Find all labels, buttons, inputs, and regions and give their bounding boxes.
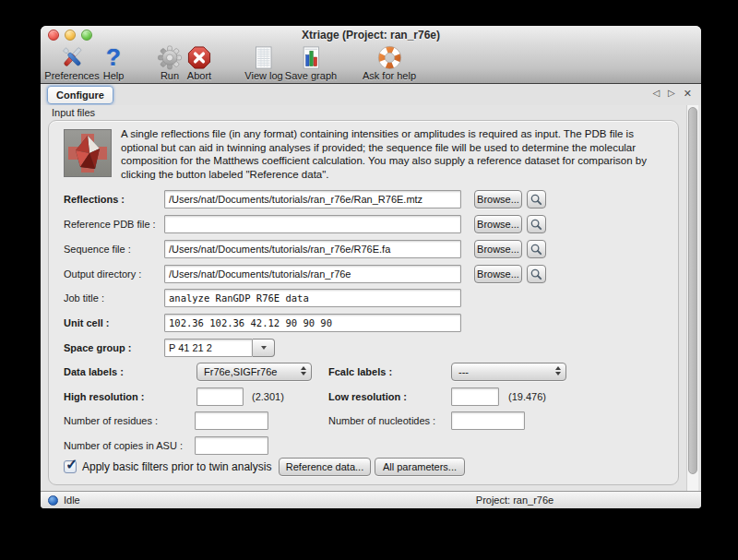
data-labels-label: Data labels : [64,363,124,381]
status-indicator-dot [48,495,58,506]
chevron-down-icon [261,346,267,350]
space-group-dropdown-button[interactable] [253,339,275,357]
output-directory-input[interactable] [164,265,461,283]
space-group-label: Space group : [64,339,131,357]
life-ring-icon [377,44,402,70]
reflections-browse-button[interactable]: Browse... [474,190,522,209]
high-resolution-hint: (2.301) [252,387,284,406]
crystal-thumbnail [64,129,112,177]
number-of-copies-input[interactable] [195,436,268,455]
unit-cell-label: Unit cell : [64,314,110,332]
toolbar-item-label: Save graph [285,70,337,81]
reflections-inspect-button[interactable] [527,190,546,209]
fcalc-labels-popup[interactable]: --- [451,363,566,381]
reference-pdb-browse-button[interactable]: Browse... [474,215,522,233]
bar-chart-icon [298,44,323,70]
preferences-icon [59,44,85,70]
popup-arrows-icon [301,366,306,375]
sequence-file-browse-button[interactable]: Browse... [474,240,522,258]
magnifier-icon [530,218,543,232]
save-graph-button[interactable]: Save graph [285,44,337,81]
toolbar: Preferences ? Help [41,43,701,82]
toolbar-item-label: Abort [187,70,211,81]
tab-configure[interactable]: Configure [47,86,113,104]
all-parameters-button[interactable]: All parameters... [375,458,465,476]
magnifier-icon [530,268,543,281]
toolbar-item-label: View log [244,70,282,81]
data-labels-row: Data labels : Fr76e,SIGFr76e Fcalc label… [49,363,678,382]
unit-cell-input[interactable] [164,314,461,332]
status-bar: Idle Project: ran_r76e [41,491,701,508]
reference-pdb-input[interactable] [164,215,461,233]
resolution-row: High resolution : (2.301) Low resolution… [49,387,678,407]
input-files-description: A single reflections file (in any format… [121,127,654,181]
tab-close-icon[interactable]: ✕ [684,88,692,99]
apply-filters-label: Apply basic filters prior to twin analys… [82,458,271,476]
space-group-row: Space group : [49,339,678,358]
number-of-residues-label: Number of residues : [64,411,158,430]
tab-forward-icon[interactable]: ▷ [668,88,675,99]
number-of-nucleotides-input[interactable] [451,411,525,430]
preferences-button[interactable]: Preferences [44,44,99,81]
low-resolution-hint: (19.476) [508,387,546,406]
low-resolution-input[interactable] [451,387,499,406]
magnifier-icon [530,193,543,207]
abort-button[interactable]: Abort [187,44,212,81]
run-button[interactable]: Run [158,44,183,81]
residues-row: Number of residues : Number of nucleotid… [49,411,678,431]
unit-cell-row: Unit cell : [49,314,678,333]
sequence-file-row: Sequence file : Browse... [49,240,678,259]
gear-run-icon [158,44,183,70]
help-button[interactable]: ? Help [103,44,125,81]
reference-data-button[interactable]: Reference data... [279,458,371,476]
data-labels-value: Fr76e,SIGFr76e [204,366,277,377]
reference-pdb-row: Reference PDB file : Browse... [49,215,678,234]
space-group-combo-input[interactable] [164,339,253,357]
sequence-file-label: Sequence file : [64,240,131,258]
xtriage-window: Xtriage (Project: ran_r76e) [41,26,701,508]
log-table-icon [251,44,276,70]
output-directory-label: Output directory : [64,265,141,283]
title-bar[interactable]: Xtriage (Project: ran_r76e) [41,26,701,43]
tab-back-icon[interactable]: ◁ [652,88,660,99]
reflections-input[interactable] [164,190,461,209]
toolbar-item-label: Help [103,70,125,81]
low-resolution-label: Low resolution : [328,387,407,406]
ask-for-help-button[interactable]: Ask for help [363,44,416,81]
copies-row: Number of copies in ASU : [49,436,678,456]
help-icon: ? [106,44,121,70]
checkmark-icon: ✓ [65,456,77,473]
fcalc-labels-label: Fcalc labels : [328,363,392,381]
toolbar-item-label: Ask for help [363,70,416,81]
fcalc-labels-value: --- [458,366,469,377]
reflections-label: Reflections : [64,190,125,209]
reference-pdb-inspect-button[interactable] [527,215,546,233]
job-title-input[interactable] [164,289,461,307]
data-labels-popup[interactable]: Fr76e,SIGFr76e [196,363,312,381]
output-directory-inspect-button[interactable] [527,265,546,283]
number-of-nucleotides-label: Number of nucleotides : [328,411,435,430]
scrollbar-thumb[interactable] [688,107,697,474]
window-title: Xtriage (Project: ran_r76e) [41,29,701,42]
output-directory-row: Output directory : Browse... [49,265,678,284]
tab-bar: Configure ◁ ▷ ✕ [41,84,701,105]
high-resolution-input[interactable] [196,387,244,406]
window-header: Xtriage (Project: ran_r76e) [41,26,701,84]
job-title-label: Job title : [64,289,104,307]
sequence-file-inspect-button[interactable] [527,240,546,258]
abort-stop-icon [187,44,212,70]
vertical-scrollbar[interactable] [686,105,698,491]
output-directory-browse-button[interactable]: Browse... [474,265,522,283]
high-resolution-label: High resolution : [64,387,144,406]
view-log-button[interactable]: View log [244,44,282,81]
job-title-row: Job title : [49,289,678,308]
number-of-copies-label: Number of copies in ASU : [64,436,183,455]
input-files-groupbox: A single reflections file (in any format… [48,120,679,485]
desktop: { "window": { "title": "Xtriage (Project… [0,0,738,560]
options-row: ✓ Apply basic filters prior to twin anal… [49,458,678,477]
configure-panel: Input files A single reflections file (i… [41,105,701,491]
sequence-file-input[interactable] [164,240,461,258]
number-of-residues-input[interactable] [195,411,268,430]
apply-filters-checkbox[interactable]: ✓ [64,460,77,473]
status-text: Idle [64,494,80,506]
